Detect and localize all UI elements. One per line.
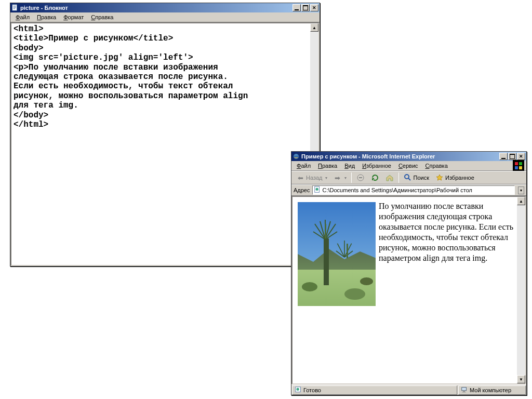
scroll-track[interactable] [517,205,525,375]
ie-icon [292,153,300,160]
window-controls [292,4,318,11]
ie-address-bar: Адрес C:\Documents and Settings\Админист… [291,184,526,196]
chevron-down-icon: ▾ [344,176,347,180]
svg-rect-5 [519,166,522,169]
menu-tools[interactable]: Сервис [395,162,421,170]
scroll-up-button[interactable]: ▲ [517,197,525,205]
svg-rect-27 [462,392,466,392]
notepad-text-content[interactable]: <html> <title>Пример с рисунком</title> … [11,23,318,130]
svg-point-1 [294,154,299,159]
search-icon [404,174,412,182]
home-icon [385,174,394,182]
back-arrow-icon: ⬅ [296,174,304,182]
svg-rect-2 [515,162,518,165]
status-left-pane: Готово [292,385,457,395]
svg-line-11 [315,224,325,240]
maximize-button[interactable] [301,4,310,11]
ie-statusbar: Готово Мой компьютер [291,384,526,395]
scroll-down-button[interactable]: ▼ [517,375,525,383]
close-button[interactable] [310,4,318,11]
notepad-window: picture - Блокнот Файл Правка Формат Спр… [10,3,320,267]
forward-arrow-icon: ➡ [334,174,342,182]
ie-toolbar: ⬅ Назад ▾ ➡ ▾ Поиск Избранн [291,171,526,184]
menu-help[interactable]: Справка [422,162,451,170]
page-icon [314,186,321,194]
back-button[interactable]: ⬅ Назад ▾ [294,172,330,183]
menu-edit[interactable]: Правка [34,13,59,21]
refresh-icon [371,174,379,182]
ie-title: Пример с рисунком - Microsoft Internet E… [301,153,499,159]
favorites-icon [435,174,444,182]
forward-button[interactable]: ➡ ▾ [331,172,349,183]
ie-throbber-icon [513,160,524,171]
svg-point-24 [297,388,299,390]
address-value: C:\Documents and Settings\Администратор\… [323,187,472,193]
menu-file[interactable]: Файл [294,162,314,170]
menu-help[interactable]: Справка [88,13,116,21]
address-label: Адрес [294,187,310,193]
window-controls [499,153,525,160]
vertical-scrollbar[interactable]: ▲ ▼ [517,197,525,383]
svg-rect-7 [359,177,362,178]
scroll-up-button[interactable]: ▲ [310,23,318,32]
menu-format[interactable]: Формат [60,13,87,21]
menu-view[interactable]: Вид [341,162,358,170]
ie-client-area[interactable]: По умолчанию после вставки изображения с… [291,196,526,384]
close-button[interactable] [517,153,525,160]
computer-icon [461,386,468,394]
stop-button[interactable] [354,172,367,183]
menu-file[interactable]: Файл [12,13,33,21]
svg-rect-26 [463,391,465,392]
notepad-icon [11,4,19,11]
ie-titlebar[interactable]: Пример с рисунком - Microsoft Internet E… [291,152,526,161]
svg-rect-4 [515,166,518,169]
maximize-button[interactable] [508,153,516,160]
status-zone-pane: Мой компьютер [458,385,526,395]
svg-rect-25 [462,387,467,390]
refresh-button[interactable] [368,172,382,183]
stop-icon [356,174,365,182]
favorites-button[interactable]: Избранное [433,172,477,183]
svg-line-20 [344,244,352,257]
separator [398,172,399,183]
minimize-button[interactable] [499,153,508,160]
notepad-title: picture - Блокнот [20,5,292,11]
minimize-button[interactable] [292,4,301,11]
menu-favorites[interactable]: Избранное [359,162,394,170]
address-field[interactable]: C:\Documents and Settings\Администратор\… [312,185,515,195]
notepad-client-area[interactable]: <html> <title>Пример с рисунком</title> … [10,22,320,266]
search-button[interactable]: Поиск [401,172,432,183]
notepad-menubar: Файл Правка Формат Справка [10,12,320,22]
svg-point-8 [405,175,409,179]
page-content: По умолчанию после вставки изображения с… [292,197,525,268]
ie-window: Пример с рисунком - Microsoft Internet E… [291,151,527,395]
svg-line-18 [337,244,344,257]
svg-point-10 [315,188,318,191]
separator [351,172,352,183]
menu-edit[interactable]: Правка [315,162,340,170]
done-icon [295,386,302,394]
ie-menubar: Файл Правка Вид Избранное Сервис Справка [291,161,526,171]
notepad-titlebar[interactable]: picture - Блокнот [10,3,320,12]
home-button[interactable] [383,172,396,183]
address-dropdown-icon[interactable]: ▾ [518,187,524,194]
chevron-down-icon: ▾ [325,176,327,180]
embedded-image [298,202,376,306]
svg-rect-3 [519,162,522,165]
body-text: По умолчанию после вставки изображения с… [379,202,513,262]
svg-line-15 [325,224,336,240]
